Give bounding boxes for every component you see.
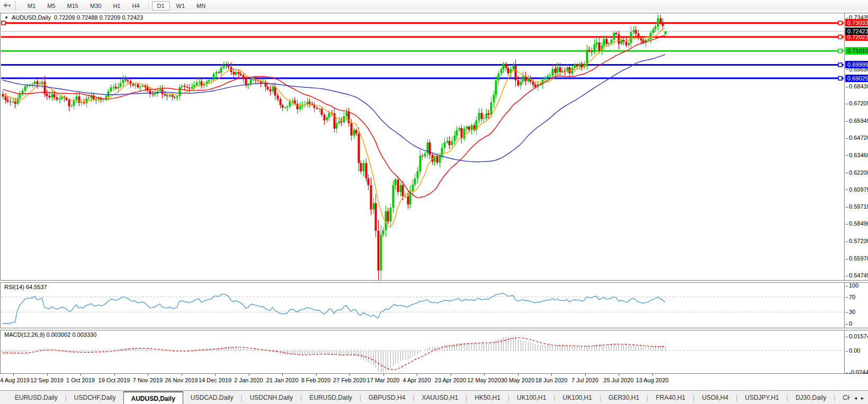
time-axis-tick [383,374,384,376]
timeframe-button-h4[interactable]: H4 [127,1,145,11]
price-tick: 0.62200 [846,169,868,176]
rsi-label: RSI(14) 64.5537 [4,284,47,290]
tab-scroll-right-icon[interactable]: ▸ [861,395,864,401]
cursor-glyph: ✛ [3,2,8,9]
macd-panel[interactable]: MACD(12,26,9) 0.003002 0.003330 0.015741… [0,330,868,374]
rsi-tick: 30 [846,309,855,316]
time-axis-tick [316,374,317,376]
price-tick: 0.55970 [846,255,868,262]
time-axis-label: 4 Apr 2020 [402,377,431,383]
time-axis[interactable]: 24 Aug 201912 Sep 20191 Oct 201919 Oct 2… [0,374,868,388]
timeframe-button-w1[interactable]: W1 [171,1,191,11]
time-axis-label: 17 Mar 2020 [367,377,400,383]
price-tick: 0.54745 [846,272,868,279]
chart-tab-eurusd-daily[interactable]: EURUSD,Daily [7,391,65,404]
chart-tab-ger30-h1[interactable]: GER30,H1 [601,391,647,404]
time-axis-tick [249,374,249,376]
time-axis-tick [47,374,48,376]
chart-tab-hk50-h1[interactable]: HK50,H1 [467,391,508,404]
macd-tick: 0.015741 [846,333,868,340]
price-tick: 0.64720 [846,134,868,141]
price-tick: 0.63460 [846,152,868,159]
price-scale-border [844,13,845,280]
price-line-label: 0.73033 [845,19,868,26]
chart-tab-xauusd-h1[interactable]: XAUUSD,H1 [414,391,466,404]
time-axis-tick [114,374,115,376]
timeframe-button-m30[interactable]: M30 [85,1,106,11]
toolbar-separator [148,2,149,10]
chart-tab-usdchf-daily[interactable]: USDCHF,Daily [67,391,123,404]
price-tick: 0.67205 [846,100,868,107]
chart-tab-audusd-daily[interactable]: AUDUSD,Daily [123,391,183,404]
chart-tab-usoil-h4[interactable]: USOil,H4 [694,391,736,404]
chart-tab-gbpusd-h4[interactable]: GBPUSD,H4 [361,391,413,404]
rsi-tick: 70 [846,294,855,301]
time-axis-label: 21 Jan 2020 [266,377,299,383]
time-axis-label: 8 Feb 2020 [301,377,331,383]
chart-tab-usdcnh-daily[interactable]: USDCNH,Daily [243,391,300,404]
price-tick: 0.57230 [846,238,868,245]
cursor-icon[interactable]: ✛ ▾ [0,1,14,10]
candlestick-plot[interactable] [1,13,844,280]
chart-tab-fra40-h1[interactable]: FRA40,H1 [648,391,693,404]
chevron-down-icon: ▾ [8,3,11,8]
chart-tab-china300-h1[interactable]: CHINA300,H1 [835,391,850,404]
chart-tab-eurusd-daily[interactable]: EURUSD,Daily [302,391,360,404]
timeframe-toolbar: ✛ ▾ M1M5M15M30H1H4D1W1MN [0,0,868,12]
rsi-panel[interactable]: RSI(14) 64.5537 10070300 [0,282,868,328]
time-axis-tick [585,374,586,376]
timeframe-button-mn[interactable]: MN [191,1,211,11]
time-axis-tick [652,374,653,376]
time-axis-tick [80,374,81,376]
chart-ohlc-values: 0.72209 0.72488 0.72209 0.72423 [54,14,143,21]
time-axis-label: 14 Dec 2019 [199,377,231,383]
time-axis-label: 12 May 2020 [467,377,501,383]
price-line-label: 0.69999 [845,61,868,68]
timeframe-button-m1[interactable]: M1 [22,1,41,11]
chart-tab-usdjpy-h1[interactable]: USDJPY,H1 [738,391,786,404]
tab-scroll-left-icon[interactable]: ◂ [854,395,857,401]
current-price-label: 0.72423 [845,28,868,35]
rsi-tick: 100 [846,282,858,289]
timeframe-button-m15[interactable]: M15 [62,1,84,11]
chart-tab-dj30-daily[interactable]: DJ30,Daily [788,391,834,404]
time-axis-tick [282,374,283,376]
timeframe-buttons: M1M5M15M30H1H4D1W1MN [22,1,211,11]
time-axis-tick [417,374,417,376]
rsi-scale-border [844,283,845,328]
time-axis-label: 1 Oct 2019 [66,377,95,383]
price-line-label: 0.71010 [845,47,868,55]
time-axis-tick [619,374,619,376]
time-axis-label: 18 Jun 2020 [535,377,568,383]
toolbar-grip-handle[interactable] [15,2,19,10]
time-axis-label: 30 May 2020 [501,377,535,383]
time-axis-tick [551,374,552,376]
time-axis-label: 2 Jan 2020 [234,377,263,383]
mt4-window: ✛ ▾ M1M5M15M30H1H4D1W1MN ▼ AUDUSD,Daily … [0,0,868,404]
time-axis-tick [350,374,350,376]
timeframe-button-h1[interactable]: H1 [108,1,126,11]
timeframe-button-m5[interactable]: M5 [42,1,60,11]
time-axis-label: 23 Apr 2020 [435,377,466,383]
time-axis-label: 19 Oct 2019 [99,377,130,383]
time-axis-label: 7 Nov 2019 [133,377,163,383]
time-axis-label: 12 Sep 2019 [30,377,63,383]
main-chart-panel[interactable]: ▼ AUDUSD,Daily 0.72209 0.72488 0.72209 0… [0,13,868,281]
macd-plot[interactable] [1,330,844,373]
time-axis-label: 26 Nov 2019 [165,377,198,383]
chart-tab-uk100-h1[interactable]: UK100,H1 [556,391,599,404]
chart-tab-usdcad-daily[interactable]: USDCAD,Daily [183,391,241,404]
rsi-plot[interactable] [1,283,844,328]
price-line-label: 0.69025 [845,75,868,82]
time-axis-tick [148,374,148,376]
price-tick: 0.65945 [846,118,868,124]
chart-tab-uk100-h1[interactable]: UK100,H1 [509,391,553,404]
timeframe-button-d1[interactable]: D1 [152,1,170,11]
price-tick: 0.58490 [846,220,868,227]
time-axis-tick [215,374,216,376]
time-axis-label: 7 Jul 2020 [571,377,598,383]
chart-tab-bar: EURUSD,Daily|USDCHF,DailyAUDUSD,DailyUSD… [0,390,868,404]
macd-scale-border [844,330,845,373]
chart-dropdown-icon[interactable]: ▼ [4,15,8,20]
price-tick: 0.68430 [846,83,868,90]
